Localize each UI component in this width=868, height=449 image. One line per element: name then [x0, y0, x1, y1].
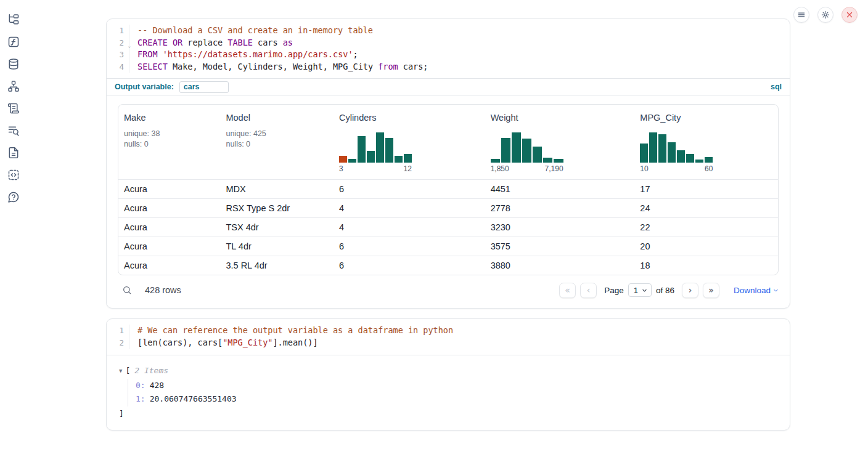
- table-cell: Acura: [118, 218, 220, 237]
- column-name: Model: [226, 113, 329, 123]
- scroll-icon[interactable]: [7, 102, 20, 115]
- output-variable-label: Output variable:: [115, 83, 174, 91]
- python-cell: 1 # We can reference the output variable…: [106, 318, 790, 430]
- chevron-down-icon: [642, 288, 647, 293]
- notebook-main: 1 -- Download a CSV and create an in-mem…: [106, 18, 790, 431]
- data-table: Make unique: 38 nulls: 0 Model unique: 4…: [118, 104, 779, 275]
- column-header-weight[interactable]: Weight: [485, 105, 635, 180]
- line-number: 3: [107, 49, 129, 61]
- shutdown-close-icon[interactable]: [841, 7, 858, 23]
- column-stats: unique: 38 nulls: 0: [124, 129, 215, 150]
- download-button[interactable]: Download: [734, 286, 779, 295]
- database-icon[interactable]: [7, 58, 20, 70]
- output-variable-bar: Output variable: sql: [107, 78, 790, 95]
- item-key: 0:: [136, 381, 145, 390]
- list-item: 0:428: [136, 379, 777, 393]
- bracket-close: ]: [119, 408, 777, 420]
- code-text: -- Download a CSV and create an in-memor…: [129, 25, 373, 37]
- table-row[interactable]: Acura RSX Type S 2dr 4 2778 24: [118, 199, 778, 218]
- list-search-icon[interactable]: [7, 124, 20, 137]
- list-item: 1:20.060747663551403: [136, 392, 777, 407]
- table-cell: 17: [634, 180, 778, 199]
- column-name: MPG_City: [640, 113, 773, 123]
- column-header-model[interactable]: Model unique: 425 nulls: 0: [220, 105, 334, 180]
- settings-gear-icon[interactable]: [817, 7, 833, 23]
- code-line: 2⌄ CREATE OR replace TABLE cars as: [107, 37, 790, 49]
- collapse-chevron-icon[interactable]: ▼: [119, 364, 122, 378]
- page-label: Page: [604, 286, 624, 295]
- sql-cell-output: Make unique: 38 nulls: 0 Model unique: 4…: [107, 95, 790, 308]
- file-tree-icon[interactable]: [7, 14, 20, 26]
- table-cell: Acura: [118, 199, 220, 218]
- line-number: 4: [107, 61, 129, 73]
- sql-code-editor[interactable]: 1 -- Download a CSV and create an in-mem…: [107, 19, 790, 78]
- bracket-open: [: [125, 364, 130, 378]
- menu-icon[interactable]: [793, 7, 809, 23]
- table-cell: 22: [634, 218, 778, 237]
- notebook-actions: [793, 7, 858, 23]
- weight-histogram[interactable]: 1,850 7,190: [491, 131, 563, 173]
- prev-page-button[interactable]: ‹: [580, 283, 597, 298]
- table-cell: 2778: [485, 199, 635, 218]
- column-header-cylinders[interactable]: Cylinders: [334, 105, 485, 180]
- table-row[interactable]: Acura MDX 6 4451 17: [118, 180, 778, 199]
- table-cell: 6: [334, 180, 485, 199]
- table-cell: 3230: [485, 218, 635, 237]
- table-cell: MDX: [220, 180, 334, 199]
- mpg-city-histogram[interactable]: 10 60: [640, 131, 713, 173]
- table-cell: RSX Type S 2dr: [220, 199, 334, 218]
- functions-icon[interactable]: [7, 36, 20, 48]
- dependency-graph-icon[interactable]: [7, 80, 20, 92]
- sql-cell: 1 -- Download a CSV and create an in-mem…: [106, 18, 790, 309]
- table-cell: 3880: [485, 256, 635, 275]
- item-count-label: 2 Items: [134, 364, 168, 378]
- line-number: 2⌄: [107, 37, 129, 49]
- item-value: 428: [150, 381, 164, 390]
- next-page-button[interactable]: ›: [682, 283, 698, 298]
- python-cell-output: ▼ [ 2 Items 0:428 1:20.060747663551403 ]: [107, 355, 790, 430]
- code-line: 1 # We can reference the output variable…: [107, 325, 790, 337]
- last-page-button[interactable]: »: [703, 283, 719, 298]
- table-cell: Acura: [118, 256, 220, 275]
- page-total-label: of 86: [656, 286, 674, 295]
- histogram-axis-labels: 10 60: [640, 164, 713, 173]
- tree-children: 0:428 1:20.060747663551403: [128, 379, 777, 407]
- code-line: 2 [len(cars), cars["MPG_City"].mean()]: [107, 337, 790, 349]
- chevron-down-icon: [773, 288, 779, 293]
- item-value: 20.060747663551403: [150, 394, 237, 403]
- item-key: 1:: [136, 394, 145, 403]
- code-line: 1 -- Download a CSV and create an in-mem…: [107, 25, 790, 37]
- column-header-mpg-city[interactable]: MPG_City: [634, 105, 778, 180]
- table-row[interactable]: Acura TL 4dr 6 3575 20: [118, 237, 778, 256]
- code-line: 3 FROM 'https://datasets.marimo.app/cars…: [107, 49, 790, 61]
- histogram-axis-labels: 1,850 7,190: [491, 164, 563, 173]
- language-tag: sql: [771, 83, 782, 91]
- output-variable-input[interactable]: [179, 81, 229, 93]
- table-cell: 6: [334, 237, 485, 256]
- table-footer: 428 rows « ‹ Page 1 of 86 › » Download: [118, 282, 779, 298]
- table-row[interactable]: Acura 3.5 RL 4dr 6 3880 18: [118, 256, 778, 275]
- python-code-editor[interactable]: 1 # We can reference the output variable…: [107, 319, 790, 354]
- code-text: # We can reference the output variable a…: [129, 325, 453, 337]
- column-header-make[interactable]: Make unique: 38 nulls: 0: [118, 105, 220, 180]
- table-cell: 6: [334, 256, 485, 275]
- table-cell: TSX 4dr: [220, 218, 334, 237]
- tree-root: ▼ [ 2 Items: [119, 364, 777, 378]
- table-cell: 24: [634, 199, 778, 218]
- search-icon[interactable]: [122, 285, 132, 295]
- table-cell: 20: [634, 237, 778, 256]
- table-row[interactable]: Acura TSX 4dr 4 3230 22: [118, 218, 778, 237]
- cylinders-histogram[interactable]: 3 12: [339, 131, 412, 173]
- column-name: Cylinders: [339, 113, 480, 123]
- page-select[interactable]: 1: [628, 283, 652, 297]
- document-icon[interactable]: [7, 147, 20, 159]
- first-page-button[interactable]: «: [559, 283, 576, 298]
- code-text: [len(cars), cars["MPG_City"].mean()]: [129, 337, 318, 349]
- table-cell: TL 4dr: [220, 237, 334, 256]
- code-box-icon[interactable]: [7, 169, 20, 181]
- line-number: 1: [107, 325, 129, 337]
- row-count: 428 rows: [145, 285, 181, 295]
- table-cell: 3575: [485, 237, 635, 256]
- help-icon[interactable]: [7, 191, 20, 203]
- column-name: Weight: [491, 113, 630, 123]
